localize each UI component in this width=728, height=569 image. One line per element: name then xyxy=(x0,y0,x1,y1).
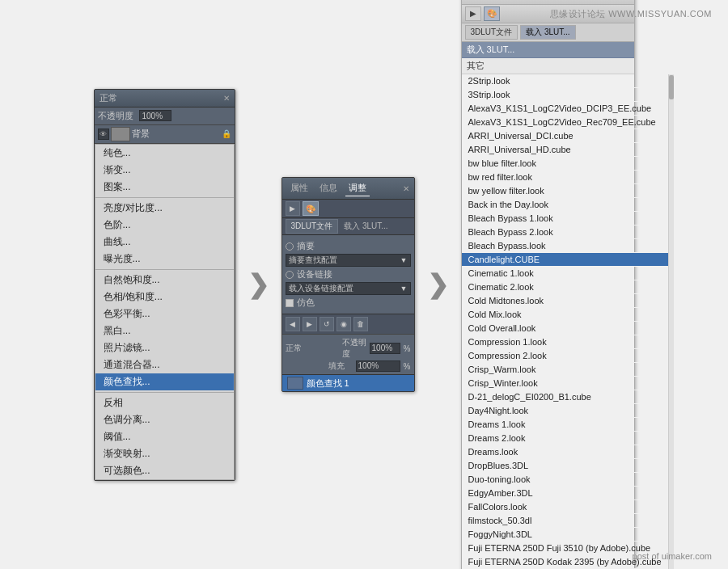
p3-tab-info[interactable]: 信息 xyxy=(491,0,509,2)
tool-btn-2[interactable]: ▶ xyxy=(303,317,317,331)
p3-scrollbar[interactable] xyxy=(668,74,674,570)
abstract-dropdown[interactable]: 摘要查找配置 ▼ xyxy=(286,254,411,267)
lut-item-19[interactable]: Compression 1.look xyxy=(462,335,668,349)
lut-item-27[interactable]: Dreams.look xyxy=(462,445,668,459)
lut-item-15[interactable]: Cinematic 2.look xyxy=(462,280,668,294)
fill-row: 填充 100% % xyxy=(286,360,411,372)
panel1-close-icon[interactable]: ✕ xyxy=(223,94,230,103)
lut-item-23[interactable]: D-21_delogC_EI0200_B1.cube xyxy=(462,390,668,404)
fill-value-footer[interactable]: 100% xyxy=(356,360,400,372)
p3-subtabs: 3DLUT文件 载入 3LUT... xyxy=(462,23,634,42)
layer-eye-icon[interactable]: 👁 xyxy=(98,129,109,140)
lut-item-24[interactable]: Day4Night.look xyxy=(462,404,668,418)
panel1-toolbar: 不透明度 100% xyxy=(95,107,235,125)
tool-btn-3[interactable]: ↺ xyxy=(320,317,334,331)
menu-item-colorbalance[interactable]: 色彩平衡... xyxy=(95,306,234,322)
panel2-close-icon[interactable]: ✕ xyxy=(403,184,409,193)
menu-item-pattern[interactable]: 图案... xyxy=(95,179,234,196)
dither-checkbox[interactable] xyxy=(286,299,294,307)
radio-abstract-label: 摘要 xyxy=(297,240,315,252)
p3-palette-btn[interactable]: 🎨 xyxy=(484,6,500,21)
play-icon-btn[interactable]: ▶ xyxy=(286,201,300,216)
lut-item-7[interactable]: bw red filter.look xyxy=(462,171,668,184)
watermark-top: 思缘设计论坛 WWW.MISSYUAN.COM xyxy=(550,8,712,20)
radio-abstract[interactable] xyxy=(286,242,294,251)
palette-icon-btn[interactable]: 🎨 xyxy=(303,201,319,216)
device-dropdown[interactable]: 载入设备链接配置 ▼ xyxy=(286,282,411,295)
layer-lock-icon: 🔒 xyxy=(222,129,231,138)
tool-btn-1[interactable]: ◀ xyxy=(286,317,300,331)
menu-item-solid[interactable]: 纯色... xyxy=(95,145,234,162)
lut-item-2[interactable]: AlexaV3_K1S1_LogC2Video_DCIP3_EE.cube xyxy=(462,102,668,116)
p3-subtab-load[interactable]: 载入 3LUT... xyxy=(520,25,575,40)
radio-device[interactable] xyxy=(286,271,294,279)
lut-item-16[interactable]: Cold Midtones.look xyxy=(462,294,668,308)
tab-adjustments[interactable]: 调整 xyxy=(345,180,370,196)
lut-item-12[interactable]: Bleach Bypass.look xyxy=(462,239,668,253)
tab-info[interactable]: 信息 xyxy=(316,180,341,196)
menu-item-brightness[interactable]: 亮度/对比度... xyxy=(95,200,234,217)
lut-item-3[interactable]: AlexaV3_K1S1_LogC2Video_Rec709_EE.cube xyxy=(462,116,668,129)
p3-play-btn[interactable]: ▶ xyxy=(465,6,481,21)
opacity-input[interactable]: 100% xyxy=(139,110,171,121)
p3-list: 2Strip.look 3Strip.look AlexaV3_K1S1_Log… xyxy=(462,74,668,570)
lut-item-30[interactable]: EdgyAmber.3DL xyxy=(462,487,668,500)
menu-item-threshold[interactable]: 阈值... xyxy=(95,428,234,445)
lut-item-32[interactable]: filmstock_50.3dl xyxy=(462,514,668,528)
menu-item-gradient[interactable]: 渐变... xyxy=(95,162,234,179)
lut-item-10[interactable]: Bleach Bypass 1.look xyxy=(462,212,668,225)
tool-btn-5[interactable]: 🗑 xyxy=(353,317,368,331)
lut-item-29[interactable]: Duo-toning.look xyxy=(462,473,668,487)
lut-item-11[interactable]: Bleach Bypass 2.look xyxy=(462,225,668,239)
lut-item-28[interactable]: DropBlues.3DL xyxy=(462,459,668,473)
menu-item-gradientmap[interactable]: 渐变映射... xyxy=(95,445,234,462)
lut-item-candlelight[interactable]: Candlelight.CUBE xyxy=(462,253,668,267)
p3-tab-properties[interactable]: 属性 xyxy=(467,0,485,2)
fill-label-footer: 填充 xyxy=(328,360,353,372)
menu-item-bw[interactable]: 黑白... xyxy=(95,322,234,339)
p3-subtab-3dlut[interactable]: 3DLUT文件 xyxy=(465,25,518,40)
menu-item-vibrance[interactable]: 自然饱和度... xyxy=(95,272,234,289)
opacity-value-footer[interactable]: 100% xyxy=(370,343,400,354)
menu-item-curves[interactable]: 曲线... xyxy=(95,234,234,251)
subtab-3dlut[interactable]: 3DLUT文件 xyxy=(286,219,339,234)
tab-properties[interactable]: 属性 xyxy=(287,180,311,196)
menu-item-exposure[interactable]: 曝光度... xyxy=(95,251,234,268)
p3-active-row: 载入 3LUT... xyxy=(462,42,634,58)
lut-item-6[interactable]: bw blue filter.look xyxy=(462,157,668,171)
lut-item-5[interactable]: ARRI_Universal_HD.cube xyxy=(462,143,668,157)
lut-item-4[interactable]: ARRI_Universal_DCI.cube xyxy=(462,129,668,143)
lut-item-18[interactable]: Cold Overall.look xyxy=(462,322,668,335)
menu-item-levels[interactable]: 色阶... xyxy=(95,217,234,234)
lut-item-9[interactable]: Back in the Day.look xyxy=(462,198,668,212)
lut-item-20[interactable]: Compression 2.look xyxy=(462,349,668,363)
lut-item-17[interactable]: Cold Mix.look xyxy=(462,308,668,322)
lut-item-0[interactable]: 2Strip.look xyxy=(462,74,668,88)
menu-item-photofilter[interactable]: 照片滤镜... xyxy=(95,339,234,356)
lut-item-8[interactable]: bw yellow filter.look xyxy=(462,184,668,198)
lut-item-1[interactable]: 3Strip.look xyxy=(462,88,668,102)
p3-scrollbar-thumb[interactable] xyxy=(669,75,674,99)
layer-bar: 👁 背景 🔒 xyxy=(95,125,235,144)
menu-item-channelmixer[interactable]: 通道混合器... xyxy=(95,356,234,373)
menu-item-posterize[interactable]: 色调分离... xyxy=(95,411,234,428)
lut-item-25[interactable]: Dreams 1.look xyxy=(462,418,668,432)
watermark-bottom: post of uimaker.com xyxy=(633,551,712,561)
menu-item-colorlookup[interactable]: 颜色查找... xyxy=(95,373,234,390)
menu-item-hsl[interactable]: 色相/饱和度... xyxy=(95,289,234,306)
lut-item-31[interactable]: FallColors.look xyxy=(462,500,668,514)
lut-item-26[interactable]: Dreams 2.look xyxy=(462,432,668,445)
lut-item-33[interactable]: FoggyNight.3DL xyxy=(462,528,668,542)
layer-strip: 颜色查找 1 xyxy=(282,374,414,391)
menu-item-invert[interactable]: 反相 xyxy=(95,394,234,411)
p3-tab-adjustments[interactable]: 调整 xyxy=(515,0,533,2)
tool-btn-4[interactable]: ◉ xyxy=(336,317,351,331)
lut-item-14[interactable]: Cinematic 1.look xyxy=(462,267,668,280)
panel2-content: 摘要 摘要查找配置 ▼ 设备链接 载入设备链接配置 ▼ 仿色 xyxy=(282,235,414,314)
mode-label: 正常 xyxy=(286,343,310,354)
subtab-load[interactable]: 载入 3LUT... xyxy=(338,219,393,234)
lut-item-21[interactable]: Crisp_Warm.look xyxy=(462,363,668,377)
lut-item-22[interactable]: Crisp_Winter.look xyxy=(462,377,668,390)
menu-item-selectivecolor[interactable]: 可选颜色... xyxy=(95,462,234,479)
p3-list-wrapper: 2Strip.look 3Strip.look AlexaV3_K1S1_Log… xyxy=(462,74,634,570)
